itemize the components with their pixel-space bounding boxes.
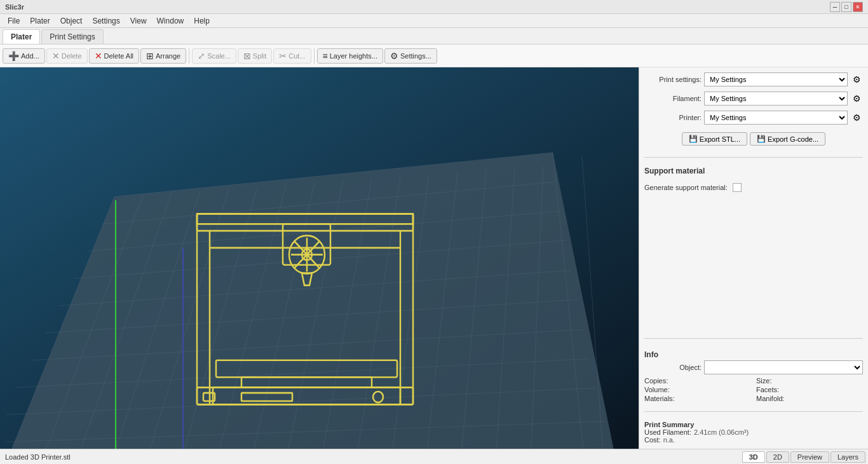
print-settings-row: Print settings: My Settings ⚙ [644, 72, 863, 86]
arrange-button[interactable]: ⊞Arrange [140, 48, 186, 64]
materials-row: Materials: [644, 395, 751, 402]
spacer [644, 198, 863, 332]
export-gcode-label: Export G-code... [768, 135, 818, 143]
menu-item-object[interactable]: Object [55, 15, 88, 27]
scale-icon: ⤢ [198, 51, 205, 61]
manifold-label: Manifold: [756, 395, 785, 402]
support-material-title: Support material [644, 167, 863, 175]
main-content: Print settings: My Settings ⚙ Filament: … [0, 67, 868, 449]
delete-button: ✕Delete [46, 48, 88, 64]
generate-support-checkbox[interactable] [733, 183, 742, 192]
print-summary-title: Print Summary [644, 421, 863, 428]
print-settings-gear[interactable]: ⚙ [850, 73, 863, 86]
export-stl-icon: 💾 [689, 135, 698, 143]
info-title: Info [644, 350, 863, 359]
delete-label: Delete [62, 52, 82, 60]
split-button: ⊠Split [238, 48, 272, 64]
print-settings-select[interactable]: My Settings [704, 72, 848, 86]
menu-item-file[interactable]: File [3, 15, 25, 27]
add-label: Add... [21, 52, 39, 60]
export-stl-button[interactable]: 💾 Export STL... [682, 132, 747, 146]
minimize-button[interactable]: ─ [830, 2, 840, 12]
layer-heights-icon: ≡ [323, 51, 328, 61]
toolbar-separator [314, 48, 315, 64]
settings-label: Settings... [400, 52, 431, 60]
toolbar-separator [189, 48, 189, 64]
split-icon: ⊠ [243, 51, 251, 61]
cut-button: ✂Cut... [273, 48, 311, 64]
facets-label: Facets: [756, 386, 779, 393]
menu-item-view[interactable]: View [125, 15, 152, 27]
maximize-button[interactable]: □ [841, 2, 851, 12]
menu-item-window[interactable]: Window [152, 15, 189, 27]
copies-row: Copies: [644, 377, 751, 385]
export-gcode-button[interactable]: 💾 Export G-code... [750, 132, 825, 146]
viewport-3d[interactable] [0, 67, 639, 449]
print-settings-label: Print settings: [644, 76, 702, 83]
menu-item-help[interactable]: Help [189, 15, 215, 27]
manifold-row: Manifold: [756, 395, 863, 402]
right-panel: Print settings: My Settings ⚙ Filament: … [639, 67, 868, 449]
delete-all-button[interactable]: ✕Delete All [89, 48, 139, 64]
view-tabs: 3D2DPreviewLayers [741, 451, 868, 463]
menu-item-settings[interactable]: Settings [87, 15, 125, 27]
generate-support-label: Generate support material: [644, 184, 728, 191]
object-select[interactable] [704, 360, 863, 374]
used-filament-value: 2.41cm (0.06cm³) [694, 428, 749, 436]
view-tab-preview[interactable]: Preview [790, 451, 829, 463]
copies-label: Copies: [644, 377, 668, 385]
object-label: Object: [644, 364, 702, 371]
arrange-label: Arrange [156, 52, 180, 60]
export-stl-label: Export STL... [700, 135, 740, 143]
filament-select[interactable]: My Settings [704, 92, 848, 106]
scale-label: Scale... [207, 52, 231, 60]
scale-button: ⤢Scale... [192, 48, 236, 64]
divider-3 [644, 411, 863, 412]
printer-select[interactable]: My Settings [704, 111, 848, 125]
viewport-canvas [0, 67, 639, 449]
titlebar-controls: ─ □ ✕ [830, 2, 863, 12]
view-tab-layers[interactable]: Layers [831, 451, 865, 463]
delete-icon: ✕ [52, 51, 60, 61]
close-button[interactable]: ✕ [853, 2, 863, 12]
volume-row: Volume: [644, 386, 751, 393]
used-filament-row: Used Filament: 2.41cm (0.06cm³) [644, 428, 863, 436]
printer-label: Printer: [644, 114, 702, 121]
cost-row: Cost: n.a. [644, 436, 863, 444]
menu-item-plater[interactable]: Plater [25, 15, 55, 27]
cost-value: n.a. [663, 436, 675, 444]
filament-gear[interactable]: ⚙ [850, 92, 863, 105]
printer-row: Printer: My Settings ⚙ [644, 111, 863, 125]
view-tab-2d[interactable]: 2D [766, 451, 789, 463]
filament-label: Filament: [644, 95, 702, 102]
titlebar-left: Slic3r [5, 3, 24, 11]
arrange-icon: ⊞ [146, 51, 154, 61]
filament-row: Filament: My Settings ⚙ [644, 92, 863, 106]
delete-all-icon: ✕ [95, 51, 102, 61]
info-section: Info Object: Copies: Size: Volume: [644, 348, 863, 405]
cost-label: Cost: [644, 436, 661, 444]
object-select-row: Object: [644, 360, 863, 374]
settings-button[interactable]: ⚙Settings... [384, 48, 437, 64]
export-gcode-icon: 💾 [757, 135, 766, 143]
bottom-bar: Loaded 3D Printer.stl 3D2DPreviewLayers [0, 449, 868, 464]
app-logo: Slic3r [5, 3, 24, 11]
settings-icon: ⚙ [390, 51, 398, 61]
export-row: 💾 Export STL... 💾 Export G-code... [644, 132, 863, 146]
tab-plater[interactable]: Plater [3, 29, 40, 44]
menubar: FilePlaterObjectSettingsViewWindowHelp [0, 14, 868, 28]
cut-label: Cut... [288, 52, 305, 60]
divider-2 [644, 338, 863, 339]
materials-label: Materials: [644, 395, 675, 402]
tabbar: PlaterPrint Settings [0, 28, 868, 44]
printer-gear[interactable]: ⚙ [850, 111, 863, 124]
volume-label: Volume: [644, 386, 670, 393]
layer-heights-button[interactable]: ≡Layer heights... [317, 48, 383, 64]
add-button[interactable]: ➕Add... [3, 48, 45, 64]
layer-heights-label: Layer heights... [330, 52, 377, 60]
cut-icon: ✂ [279, 51, 287, 61]
used-filament-label: Used Filament: [644, 428, 691, 436]
view-tab-3d[interactable]: 3D [742, 451, 765, 463]
tab-print-settings[interactable]: Print Settings [41, 29, 103, 44]
status-bar: Loaded 3D Printer.stl [0, 453, 741, 461]
